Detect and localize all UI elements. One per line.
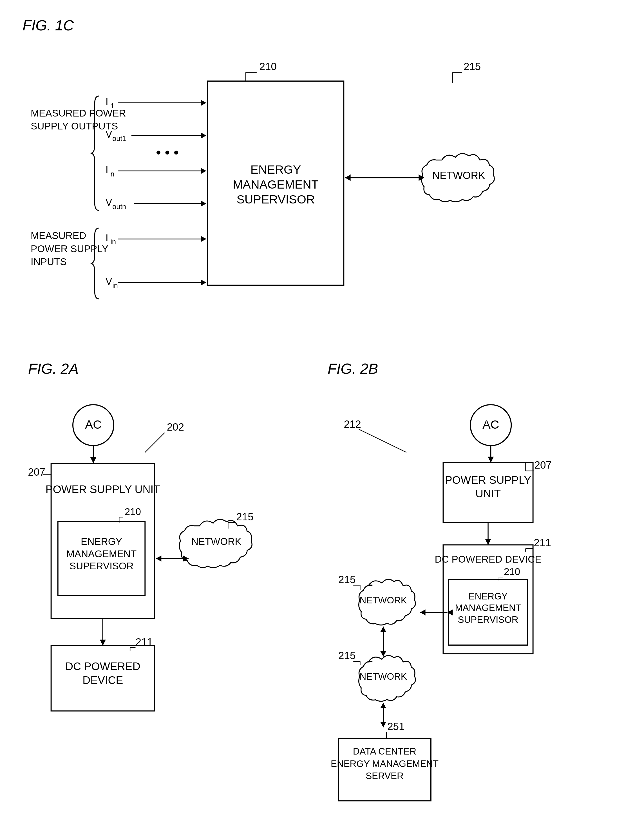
svg-text:210: 210 [125, 506, 141, 517]
svg-text:V: V [106, 276, 112, 287]
svg-text:MANAGEMENT: MANAGEMENT [66, 548, 137, 559]
svg-text:ENERGY MANAGEMENT: ENERGY MANAGEMENT [331, 759, 439, 769]
svg-line-78 [359, 429, 406, 452]
svg-text:210: 210 [504, 566, 520, 577]
svg-text:POWER SUPPLY: POWER SUPPLY [31, 243, 108, 254]
svg-marker-23 [201, 133, 206, 138]
svg-text:out1: out1 [112, 135, 126, 143]
svg-text:210: 210 [259, 61, 277, 72]
fig2-row: FIG. 2A AC 202 207 POWER SUPPLY UNIT [23, 360, 621, 817]
svg-line-47 [145, 433, 165, 452]
svg-marker-63 [156, 556, 161, 561]
svg-marker-119 [380, 722, 386, 727]
fig2a-svg: AC 202 207 POWER SUPPLY UNIT 210 [23, 360, 322, 817]
svg-text:outn: outn [112, 202, 126, 210]
svg-text:n: n [110, 170, 114, 178]
svg-text:in: in [110, 238, 116, 246]
svg-marker-52 [90, 457, 96, 463]
svg-marker-12 [345, 175, 350, 181]
fig2b-container: FIG. 2B 212 AC 207 POWER SUPPLY UNIT [322, 360, 621, 817]
svg-text:INPUTS: INPUTS [31, 256, 67, 267]
svg-marker-90 [485, 539, 491, 545]
svg-text:211: 211 [135, 636, 153, 648]
svg-text:in: in [112, 281, 118, 289]
svg-text:• • •: • • • [156, 144, 179, 160]
svg-text:MANAGEMENT: MANAGEMENT [233, 178, 319, 191]
fig2a-container: FIG. 2A AC 202 207 POWER SUPPLY UNIT [23, 360, 322, 817]
svg-text:V: V [106, 197, 112, 208]
svg-text:MANAGEMENT: MANAGEMENT [455, 602, 521, 613]
svg-text:POWER SUPPLY UNIT: POWER SUPPLY UNIT [46, 483, 160, 495]
svg-text:NETWORK: NETWORK [432, 170, 485, 181]
svg-marker-39 [201, 236, 206, 242]
svg-text:V: V [106, 129, 112, 139]
svg-text:DEVICE: DEVICE [83, 674, 123, 686]
svg-text:NETWORK: NETWORK [192, 536, 241, 547]
svg-text:SUPPLY OUTPUTS: SUPPLY OUTPUTS [31, 120, 118, 132]
svg-text:I: I [106, 96, 108, 107]
svg-text:DC POWERED: DC POWERED [65, 660, 141, 672]
svg-text:SUPERVISOR: SUPERVISOR [69, 560, 134, 571]
svg-text:215: 215 [463, 61, 481, 72]
svg-text:DATA CENTER: DATA CENTER [353, 746, 416, 757]
svg-text:DC POWERED DEVICE: DC POWERED DEVICE [435, 553, 541, 564]
svg-text:SUPERVISOR: SUPERVISOR [236, 193, 315, 206]
svg-text:I: I [106, 232, 108, 243]
svg-text:207: 207 [28, 466, 45, 478]
svg-text:ENERGY: ENERGY [250, 162, 301, 176]
svg-text:POWER SUPPLY: POWER SUPPLY [445, 474, 531, 486]
svg-marker-111 [380, 627, 386, 632]
svg-marker-28 [201, 168, 206, 174]
svg-text:207: 207 [534, 459, 551, 471]
svg-text:215: 215 [338, 650, 356, 661]
svg-text:ENERGY: ENERGY [81, 536, 122, 547]
svg-text:ENERGY: ENERGY [469, 591, 508, 601]
svg-marker-105 [420, 609, 425, 615]
svg-text:MEASURED: MEASURED [31, 230, 86, 241]
page: FIG. 1C 210 215 ENERGY MANAGEMENT SUPERV… [0, 0, 644, 817]
svg-text:1: 1 [110, 102, 114, 110]
svg-text:215: 215 [236, 511, 253, 523]
svg-text:UNIT: UNIT [475, 487, 501, 500]
svg-text:I: I [106, 164, 108, 175]
svg-text:211: 211 [534, 537, 551, 549]
svg-text:251: 251 [387, 721, 405, 732]
fig1c-container: 210 215 ENERGY MANAGEMENT SUPERVISOR NET… [23, 42, 621, 338]
svg-marker-118 [380, 703, 386, 708]
fig1c-svg: 210 215 ENERGY MANAGEMENT SUPERVISOR NET… [23, 42, 621, 338]
svg-marker-19 [201, 100, 206, 106]
svg-text:212: 212 [343, 418, 361, 430]
svg-text:SERVER: SERVER [366, 771, 403, 781]
svg-text:215: 215 [338, 574, 356, 586]
svg-text:202: 202 [167, 421, 184, 433]
svg-text:AC: AC [85, 418, 101, 431]
svg-marker-70 [100, 640, 106, 645]
svg-marker-32 [201, 201, 206, 207]
svg-text:SUPERVISOR: SUPERVISOR [458, 615, 518, 625]
svg-marker-43 [201, 279, 206, 285]
svg-text:NETWORK: NETWORK [360, 595, 407, 605]
fig1c-title: FIG. 1C [23, 17, 621, 34]
svg-text:NETWORK: NETWORK [360, 671, 407, 682]
svg-text:AC: AC [483, 418, 499, 431]
svg-marker-85 [488, 457, 494, 463]
fig2b-svg: 212 AC 207 POWER SUPPLY UNIT [322, 360, 621, 817]
